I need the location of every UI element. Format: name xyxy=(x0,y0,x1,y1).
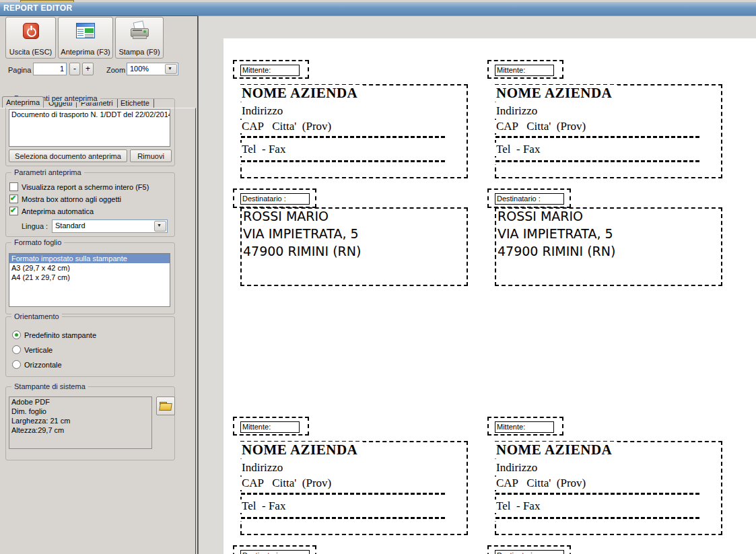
recipient-tag[interactable]: Destinatario : xyxy=(495,193,564,205)
preview-button[interactable]: Anteprima (F3) xyxy=(58,17,113,59)
window-title: REPORT EDITOR xyxy=(3,3,72,13)
orientation-legend: Orientamento xyxy=(11,312,62,320)
sender-city: CAP Citta' (Prov) xyxy=(240,120,337,133)
dashed-separator xyxy=(494,135,703,140)
page-label: Pagina xyxy=(8,66,31,74)
radio-label: Predefinito stampante xyxy=(24,331,96,339)
sender-tag[interactable]: Mittente: xyxy=(240,421,300,433)
sender-address: Indirizzo xyxy=(494,104,543,118)
sender-city: CAP Citta' (Prov) xyxy=(494,477,591,490)
sender-address: Indirizzo xyxy=(494,461,543,475)
list-item[interactable]: Formato impostato sulla stampante xyxy=(9,254,170,263)
documents-listbox[interactable]: Documento di trasporto N. 1/DDT del 22/0… xyxy=(9,109,170,147)
printer-info-line: Dim. foglio xyxy=(9,407,151,416)
sender-address: Indirizzo xyxy=(240,104,288,118)
language-label: Lingua : xyxy=(22,222,48,230)
print-button[interactable]: Stampa (F9) xyxy=(115,17,164,59)
sender-city: CAP Citta' (Prov) xyxy=(240,477,337,490)
power-icon xyxy=(6,23,55,42)
recipient-name: ROSSI MARIO xyxy=(242,209,334,223)
sender-address: Indirizzo xyxy=(240,461,288,475)
sender-company: NOME AZIENDA xyxy=(240,85,363,102)
checkbox-show-boxes[interactable] xyxy=(9,195,18,203)
list-item[interactable]: Documento di trasporto N. 1/DDT del 22/0… xyxy=(9,110,170,119)
sender-city: CAP Citta' (Prov) xyxy=(494,120,591,133)
checkbox-label: Anteprima automatica xyxy=(22,207,94,215)
dashed-separator xyxy=(240,159,448,164)
dashed-separator xyxy=(240,135,448,140)
recipient-name: ROSSI MARIO xyxy=(496,209,588,223)
recipient-tag[interactable]: Destinatario : xyxy=(495,550,564,554)
exit-button[interactable]: Uscita (ESC) xyxy=(5,17,56,59)
sender-company: NOME AZIENDA xyxy=(494,85,617,102)
recipient-city: 47900 RIMINI (RN) xyxy=(496,244,621,258)
select-document-button[interactable]: Seleziona documento anteprima xyxy=(9,149,127,162)
sender-company: NOME AZIENDA xyxy=(240,442,363,458)
chevron-down-icon[interactable] xyxy=(154,221,166,232)
sender-tag[interactable]: Mittente: xyxy=(240,65,300,76)
folder-icon xyxy=(160,402,171,409)
printer-name: Adobe PDF xyxy=(9,397,151,407)
zoom-combobox[interactable]: 100% xyxy=(127,63,178,75)
list-item[interactable]: A4 (21 x 29,7 cm) xyxy=(9,273,170,282)
sender-tel: Tel - Fax xyxy=(494,499,545,513)
recipient-city: 47900 RIMINI (RN) xyxy=(242,244,366,258)
printer-icon xyxy=(116,22,163,40)
printer-info-line: Larghezza: 21 cm xyxy=(9,416,151,425)
recipient-street: VIA IMPIETRATA, 5 xyxy=(242,226,364,241)
language-value: Standard xyxy=(55,221,85,230)
radio-default-printer[interactable] xyxy=(12,331,21,339)
label-cell: Mittente: NOME AZIENDA Indirizzo CAP Cit… xyxy=(495,59,737,436)
sender-tag[interactable]: Mittente: xyxy=(495,421,554,433)
radio-horizontal[interactable] xyxy=(12,360,21,369)
printer-info-panel: Adobe PDF Dim. foglio Larghezza: 21 cm A… xyxy=(9,396,152,449)
recipient-tag[interactable]: Destinatario : xyxy=(240,550,310,554)
zoom-value: 100% xyxy=(130,65,149,73)
printer-info-line: Altezza:29,7 cm xyxy=(9,425,151,435)
paper-format-listbox[interactable]: Formato impostato sulla stampante A3 (29… xyxy=(9,253,170,307)
report-preview-icon xyxy=(59,23,112,42)
sender-tag[interactable]: Mittente: xyxy=(495,65,554,76)
page-number-input[interactable]: 1 xyxy=(33,63,67,75)
checkbox-auto-preview[interactable] xyxy=(9,207,18,215)
paper-format-legend: Formato foglio xyxy=(11,238,64,246)
recipient-tag[interactable]: Destinatario : xyxy=(240,193,310,205)
zoom-label: Zoom xyxy=(106,66,125,74)
chevron-down-icon[interactable] xyxy=(165,64,177,74)
label-cell: Mittente: NOME AZIENDA Indirizzo CAP Cit… xyxy=(240,416,483,554)
checkbox-label: Mostra box attorno agli oggetti xyxy=(22,195,121,203)
recipient-street: VIA IMPIETRATA, 5 xyxy=(496,226,619,241)
page-plus-button[interactable]: + xyxy=(82,63,94,75)
printer-legend: Stampante di sistema xyxy=(11,382,88,390)
checkbox-fullscreen[interactable] xyxy=(9,182,18,191)
sender-company: NOME AZIENDA xyxy=(494,442,617,458)
print-button-label: Stampa (F9) xyxy=(116,48,163,56)
select-printer-button[interactable] xyxy=(156,396,175,415)
preview-button-label: Anteprima (F3) xyxy=(59,48,112,56)
sidebar: Uscita (ESC) Anteprima (F3) Stampa (F9) … xyxy=(0,16,198,554)
dashed-separator xyxy=(240,491,448,497)
label-cell: Mittente: NOME AZIENDA Indirizzo CAP Cit… xyxy=(495,416,737,554)
sender-tel: Tel - Fax xyxy=(240,143,291,156)
remove-document-button[interactable]: Rimuovi xyxy=(130,149,172,162)
page-minus-button[interactable]: - xyxy=(69,63,80,75)
dashed-separator xyxy=(494,491,703,497)
dashed-separator xyxy=(494,516,703,521)
preview-params-legend: Parametri anteprima xyxy=(11,168,84,176)
radio-label: Orizzontale xyxy=(24,361,62,369)
dashed-separator xyxy=(240,516,448,521)
checkbox-label: Visualizza report a schermo intero (F5) xyxy=(22,183,149,191)
titlebar[interactable]: REPORT EDITOR xyxy=(0,2,756,16)
exit-button-label: Uscita (ESC) xyxy=(6,48,55,56)
report-editor-window: REPORT EDITOR Uscita (ESC) Anteprima (F3… xyxy=(0,0,756,554)
sender-tel: Tel - Fax xyxy=(494,143,545,156)
tab-anteprima[interactable]: Anteprima xyxy=(2,96,44,108)
radio-label: Verticale xyxy=(24,346,53,354)
list-item[interactable]: A3 (29,7 x 42 cm) xyxy=(9,263,170,273)
radio-vertical[interactable] xyxy=(12,345,21,354)
language-combobox[interactable]: Standard xyxy=(52,219,168,233)
dashed-separator xyxy=(494,159,703,164)
label-cell: Mittente: NOME AZIENDA Indirizzo CAP Cit… xyxy=(240,59,483,436)
sender-tel: Tel - Fax xyxy=(240,499,291,513)
